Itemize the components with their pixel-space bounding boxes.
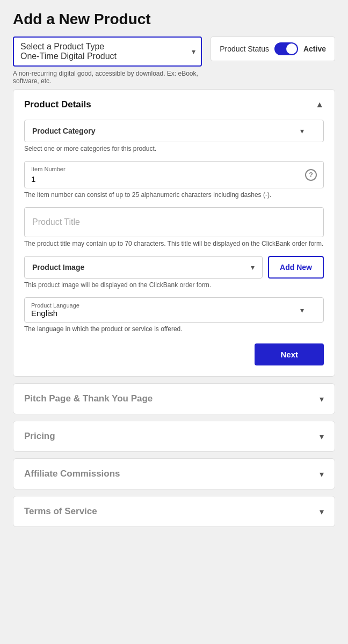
product-details-title: Product Details bbox=[24, 99, 91, 110]
product-status-toggle[interactable] bbox=[274, 42, 298, 55]
product-category-label: Product Category bbox=[32, 127, 95, 135]
product-status-label: Product Status bbox=[220, 45, 269, 53]
terms-of-service-chevron-icon: ▾ bbox=[320, 507, 324, 517]
product-title-input[interactable]: Product Title bbox=[24, 207, 324, 237]
item-number-input[interactable] bbox=[25, 162, 323, 188]
product-type-value: One-Time Digital Product bbox=[20, 52, 182, 61]
product-category-dropdown[interactable]: Product Category ▾ bbox=[24, 120, 324, 142]
item-number-group: Item Number ? The item number can consis… bbox=[24, 161, 324, 199]
product-language-helper: The language in which the product or ser… bbox=[24, 325, 324, 333]
pricing-header[interactable]: Pricing ▾ bbox=[13, 421, 335, 451]
item-number-wrapper: Item Number ? bbox=[24, 161, 324, 188]
item-number-helper: The item number can consist of up to 25 … bbox=[24, 191, 324, 199]
affiliate-commissions-section: Affiliate Commissions ▾ bbox=[13, 458, 335, 489]
product-language-group: Product Language English ▾ The language … bbox=[24, 297, 324, 333]
affiliate-commissions-header[interactable]: Affiliate Commissions ▾ bbox=[13, 459, 335, 489]
product-type-label: Select a Product Type bbox=[20, 42, 182, 52]
terms-of-service-title: Terms of Service bbox=[24, 506, 97, 517]
product-image-label: Product Image bbox=[32, 263, 84, 272]
terms-of-service-header[interactable]: Terms of Service ▾ bbox=[13, 496, 335, 526]
pitch-page-section: Pitch Page & Thank You Page ▾ bbox=[13, 383, 335, 414]
product-status-value: Active bbox=[303, 45, 326, 53]
pitch-page-title: Pitch Page & Thank You Page bbox=[24, 393, 153, 404]
add-new-image-button[interactable]: Add New bbox=[268, 256, 324, 279]
product-category-group: Product Category ▾ Select one or more ca… bbox=[24, 120, 324, 152]
pricing-section: Pricing ▾ bbox=[13, 421, 335, 452]
pitch-page-header[interactable]: Pitch Page & Thank You Page ▾ bbox=[13, 384, 335, 414]
product-details-section: Product Details ▲ Product Category ▾ Sel… bbox=[13, 89, 335, 377]
product-image-group: Product Image ▾ Add New This product ima… bbox=[24, 256, 324, 289]
pitch-page-chevron-icon: ▾ bbox=[320, 394, 324, 404]
product-image-row: Product Image ▾ Add New bbox=[24, 256, 324, 279]
product-language-value: English bbox=[31, 309, 79, 318]
product-details-header[interactable]: Product Details ▲ bbox=[13, 90, 335, 120]
product-category-helper: Select one or more categories for this p… bbox=[24, 145, 324, 152]
next-button[interactable]: Next bbox=[255, 343, 324, 365]
product-type-dropdown[interactable]: Select a Product Type One-Time Digital P… bbox=[13, 36, 202, 67]
page-title: Add a New Product bbox=[13, 11, 335, 28]
product-image-dropdown[interactable]: Product Image ▾ bbox=[24, 256, 263, 279]
product-image-chevron-icon: ▾ bbox=[251, 263, 255, 272]
product-type-helper: A non-recurring digital good, accessible… bbox=[13, 70, 202, 85]
product-language-chevron-icon: ▾ bbox=[300, 306, 304, 314]
product-title-group: Product Title The product title may cont… bbox=[24, 207, 324, 247]
product-language-label: Product Language bbox=[31, 302, 79, 309]
product-type-chevron-icon: ▾ bbox=[192, 47, 195, 56]
product-details-body: Product Category ▾ Select one or more ca… bbox=[13, 120, 335, 376]
product-details-chevron-icon: ▲ bbox=[315, 100, 324, 109]
product-title-helper: The product title may contain up to 70 c… bbox=[24, 240, 324, 247]
help-icon: ? bbox=[305, 169, 317, 181]
pricing-title: Pricing bbox=[24, 431, 55, 442]
product-language-dropdown[interactable]: Product Language English ▾ bbox=[24, 297, 324, 323]
pricing-chevron-icon: ▾ bbox=[320, 431, 324, 442]
product-status-box: Product Status Active bbox=[211, 36, 335, 61]
affiliate-commissions-title: Affiliate Commissions bbox=[24, 469, 120, 479]
product-category-chevron-icon: ▾ bbox=[300, 127, 304, 135]
item-number-label: Item Number bbox=[31, 166, 66, 172]
next-button-row: Next bbox=[24, 343, 324, 365]
terms-of-service-section: Terms of Service ▾ bbox=[13, 496, 335, 527]
affiliate-commissions-chevron-icon: ▾ bbox=[320, 469, 324, 479]
product-image-helper: This product image will be displayed on … bbox=[24, 281, 324, 289]
